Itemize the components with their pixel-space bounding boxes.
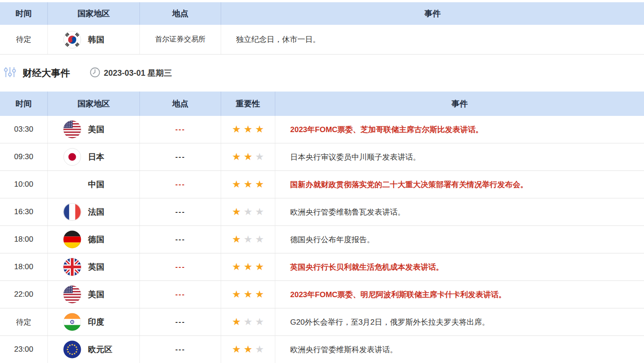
star-filled-icon: ★ [255, 179, 264, 189]
star-empty-icon: ★ [255, 152, 264, 162]
country-name: 韩国 [88, 34, 104, 45]
column-header-event: 事件 [221, 2, 644, 25]
sliders-icon [4, 66, 16, 80]
star-empty-icon: ★ [244, 207, 253, 217]
event-time: 18:00 [0, 253, 48, 280]
importance-stars: ★★★ [221, 143, 275, 170]
flag-gb-icon [63, 258, 81, 276]
country-name: 德国 [88, 234, 104, 245]
country-name: 中国 [88, 179, 104, 190]
event-country: 德国 [48, 226, 140, 253]
holiday-time: 待定 [0, 25, 48, 54]
flag-us-icon [63, 285, 81, 303]
star-filled-icon: ★ [232, 317, 241, 327]
holiday-country: 韩国 [48, 25, 140, 54]
event-time: 待定 [0, 308, 48, 335]
star-empty-icon: ★ [244, 234, 253, 244]
flag-missing [63, 175, 81, 193]
flag-us-icon [63, 120, 81, 138]
event-location: --- [140, 336, 221, 363]
country-name: 英国 [88, 262, 104, 272]
event-row: 23:00 欧元区 --- ★★★ 欧洲央行管委维斯科发表讲话。 [0, 336, 644, 363]
event-time: 16:30 [0, 198, 48, 225]
star-filled-icon: ★ [244, 289, 253, 299]
star-filled-icon: ★ [255, 262, 264, 272]
star-filled-icon: ★ [255, 124, 264, 134]
event-time: 10:00 [0, 171, 48, 198]
country-name: 美国 [88, 124, 104, 135]
event-row: 22:00 美国 --- ★★★ 2023年FOMC票委、明尼阿波利斯联储主席卡… [0, 281, 644, 308]
event-text: 2023年FOMC票委、明尼阿波利斯联储主席卡什卡利发表讲话。 [275, 281, 644, 308]
event-country: 美国 [48, 116, 140, 143]
event-country: 美国 [48, 281, 140, 308]
column-header-event: 事件 [275, 92, 644, 116]
event-location: --- [140, 253, 221, 280]
event-country: 欧元区 [48, 336, 140, 363]
star-filled-icon: ★ [244, 262, 253, 272]
event-country: 印度 [48, 308, 140, 335]
events-table: 时间 国家地区 地点 重要性 事件 03:30 美国 --- ★★★ 2023年… [0, 92, 644, 363]
star-filled-icon: ★ [232, 289, 241, 299]
flag-fr-icon [63, 203, 81, 221]
star-filled-icon: ★ [232, 207, 241, 217]
country-name: 法国 [88, 207, 104, 217]
section-title: 财经大事件 [23, 67, 70, 79]
flag-kr-icon [63, 31, 81, 49]
star-filled-icon: ★ [244, 124, 253, 134]
event-row: 18:00 英国 --- ★★★ 英国央行行长贝利就生活危机成本发表讲话。 [0, 253, 644, 281]
event-location: --- [140, 171, 221, 198]
event-row: 03:30 美国 --- ★★★ 2023年FOMC票委、芝加哥联储主席古尔斯比… [0, 116, 644, 143]
importance-stars: ★★★ [221, 116, 275, 143]
event-country: 中国 [48, 171, 140, 198]
event-country: 日本 [48, 143, 140, 170]
importance-stars: ★★★ [221, 198, 275, 225]
country-name: 日本 [88, 152, 104, 162]
event-location: --- [140, 281, 221, 308]
star-filled-icon: ★ [232, 262, 241, 272]
star-empty-icon: ★ [255, 234, 264, 244]
column-header-country: 国家地区 [48, 2, 140, 25]
flag-jp-icon [63, 148, 81, 166]
event-time: 22:00 [0, 281, 48, 308]
event-text: 日本央行审议委员中川顺子发表讲话。 [275, 143, 644, 170]
event-text: 德国央行公布年度报告。 [275, 226, 644, 253]
flag-de-icon [63, 230, 81, 248]
holiday-row: 待定 韩国 首尔证券交易所 独立纪念日，休市一日。 [0, 25, 644, 55]
importance-stars: ★★★ [221, 336, 275, 363]
event-location: --- [140, 308, 221, 335]
star-filled-icon: ★ [232, 345, 241, 354]
event-time: 03:30 [0, 116, 48, 143]
star-filled-icon: ★ [232, 124, 241, 134]
event-text: 欧洲央行管委维勒鲁瓦发表讲话。 [275, 198, 644, 225]
star-empty-icon: ★ [255, 345, 264, 354]
event-text: 英国央行行长贝利就生活危机成本发表讲话。 [275, 253, 644, 280]
event-location: --- [140, 198, 221, 225]
flag-eu-icon [63, 340, 81, 358]
event-location: --- [140, 226, 221, 253]
event-time: 18:00 [0, 226, 48, 253]
event-location: --- [140, 116, 221, 143]
event-country: 法国 [48, 198, 140, 225]
flag-in-icon [63, 313, 81, 331]
event-time: 23:00 [0, 336, 48, 363]
importance-stars: ★★★ [221, 171, 275, 198]
event-row: 18:00 德国 --- ★★★ 德国央行公布年度报告。 [0, 226, 644, 253]
event-row: 09:30 日本 --- ★★★ 日本央行审议委员中川顺子发表讲话。 [0, 143, 644, 171]
event-row: 16:30 法国 --- ★★★ 欧洲央行管委维勒鲁瓦发表讲话。 [0, 198, 644, 226]
country-name: 美国 [88, 289, 104, 300]
holiday-table-header: 时间 国家地区 地点 事件 [0, 2, 644, 25]
section-date: 2023-03-01 星期三 [104, 68, 172, 78]
importance-stars: ★★★ [221, 308, 275, 335]
event-time: 09:30 [0, 143, 48, 170]
star-empty-icon: ★ [244, 317, 253, 327]
financial-calendar-page: 时间 国家地区 地点 事件 待定 韩国 首尔证券交易所 独立纪念日，休市一日。 [0, 0, 644, 363]
event-text: G20外长会举行，至3月2日，俄罗斯外长拉夫罗夫将出席。 [275, 308, 644, 335]
country-name: 欧元区 [88, 344, 112, 355]
event-text: 2023年FOMC票委、芝加哥联储主席古尔斯比发表讲话。 [275, 116, 644, 143]
column-header-time: 时间 [0, 2, 48, 25]
star-empty-icon: ★ [255, 207, 264, 217]
star-filled-icon: ★ [232, 152, 241, 162]
star-filled-icon: ★ [244, 179, 253, 189]
event-row: 待定 印度 --- ★★★ G20外长会举行，至3月2日，俄罗斯外长拉夫罗夫将出… [0, 308, 644, 336]
star-empty-icon: ★ [255, 317, 264, 327]
